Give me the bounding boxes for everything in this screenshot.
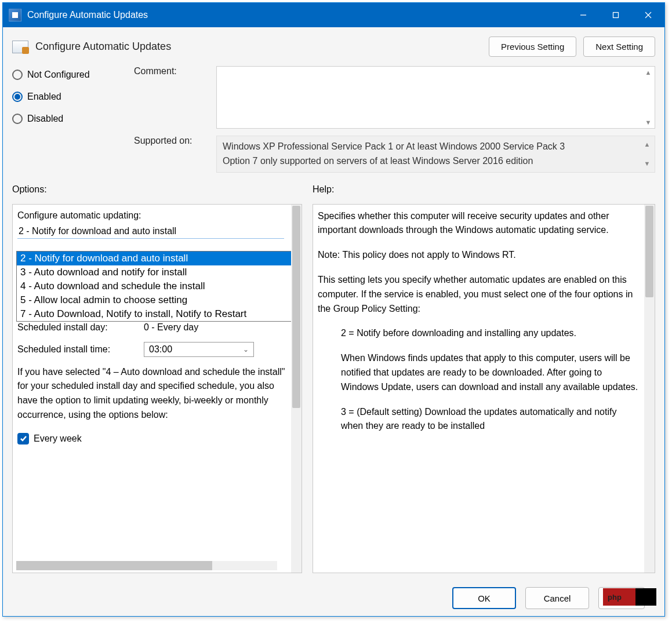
scheduled-time-value: 03:00: [149, 344, 172, 355]
scheduled-time-row: Scheduled install time: 03:00 ⌄: [17, 342, 289, 357]
scheduled-time-combo[interactable]: 03:00 ⌄: [144, 342, 254, 357]
scheduled-day-value[interactable]: 0 - Every day: [144, 322, 198, 333]
options-panel: Configure automatic updating: 2 - Notify…: [12, 204, 302, 573]
ok-button[interactable]: OK: [452, 587, 516, 609]
options-label: Options:: [12, 184, 302, 195]
header-row: Configure Automatic Updates Previous Set…: [12, 37, 655, 57]
horizontal-scrollbar[interactable]: [16, 561, 277, 570]
help-text: This setting lets you specify whether au…: [318, 273, 640, 316]
help-text: 2 = Notify before downloading and instal…: [318, 326, 640, 341]
scheduled-day-label: Scheduled install day:: [17, 322, 137, 333]
radio-label: Disabled: [27, 114, 63, 124]
window-controls: [567, 3, 664, 27]
combo-value: 2 - Notify for download and auto install: [19, 226, 176, 236]
panels-row: Configure automatic updating: 2 - Notify…: [12, 204, 655, 573]
section-labels-row: Options: Help:: [12, 184, 655, 195]
chevron-down-icon: ⌄: [243, 345, 249, 354]
help-text: When Windows finds updates that apply to…: [318, 351, 640, 394]
app-icon: [9, 9, 21, 21]
dropdown-option-4[interactable]: 4 - Auto download and schedule the insta…: [17, 279, 291, 293]
vertical-scrollbar[interactable]: [291, 205, 302, 573]
supported-text-1: Windows XP Professional Service Pack 1 o…: [223, 140, 649, 154]
radio-enabled[interactable]: Enabled: [12, 92, 122, 102]
policy-icon: [12, 41, 28, 53]
supported-label: Supported on:: [134, 136, 209, 173]
scheduled-time-label: Scheduled install time:: [17, 344, 137, 355]
checkbox-checked-icon: [17, 433, 29, 445]
titlebar: Configure Automatic Updates: [3, 3, 664, 27]
dropdown-option-5[interactable]: 5 - Allow local admin to choose setting: [17, 293, 291, 307]
minimize-button[interactable]: [567, 3, 600, 27]
watermark-overlay: php: [603, 588, 656, 606]
scrollbar[interactable]: ▲ ▼: [644, 69, 652, 126]
next-setting-button[interactable]: Next Setting: [583, 37, 655, 57]
close-button[interactable]: [632, 3, 664, 27]
cancel-button[interactable]: Cancel: [525, 587, 589, 609]
radio-icon: [12, 114, 23, 124]
maximize-button[interactable]: [600, 3, 632, 27]
radio-icon: [12, 70, 23, 80]
supported-text-2: Option 7 only supported on servers of at…: [223, 154, 649, 169]
vertical-scrollbar[interactable]: [644, 205, 655, 573]
scheduled-day-row: Scheduled install day: 0 - Every day: [17, 322, 289, 333]
dialog-content: Configure Automatic Updates Previous Set…: [3, 27, 664, 616]
options-paragraph: If you have selected "4 – Auto download …: [17, 365, 289, 422]
scrollbar[interactable]: ▲ ▼: [643, 140, 651, 169]
configure-updating-combo[interactable]: 2 - Notify for download and auto install: [17, 224, 284, 239]
radio-not-configured[interactable]: Not Configured: [12, 70, 122, 80]
scroll-down-icon: ▼: [644, 119, 652, 126]
help-text: Specifies whether this computer will rec…: [318, 209, 640, 238]
dropdown-option-2[interactable]: 2 - Notify for download and auto install: [17, 252, 291, 265]
help-label: Help:: [313, 184, 334, 195]
configure-updating-label: Configure automatic updating:: [17, 210, 289, 221]
previous-setting-button[interactable]: Previous Setting: [489, 37, 576, 57]
supported-row: Supported on: Windows XP Professional Se…: [134, 136, 655, 173]
status-radio-group: Not Configured Enabled Disabled: [12, 66, 122, 173]
dialog-footer: OK Cancel A: [12, 579, 655, 609]
scroll-down-icon: ▼: [643, 159, 651, 169]
window-title: Configure Automatic Updates: [27, 10, 567, 20]
dialog-window: Configure Automatic Updates Configure Au…: [2, 2, 665, 617]
watermark-text: php: [608, 593, 622, 602]
policy-title: Configure Automatic Updates: [35, 41, 482, 53]
help-text: Note: This policy does not apply to Wind…: [318, 248, 640, 263]
comment-textbox[interactable]: ▲ ▼: [216, 66, 655, 129]
help-panel: Specifies whether this computer will rec…: [313, 204, 655, 573]
help-text: 3 = (Default setting) Download the updat…: [318, 405, 640, 434]
radio-label: Enabled: [27, 92, 61, 102]
radio-label: Not Configured: [27, 70, 90, 80]
every-week-checkbox-row[interactable]: Every week: [17, 433, 289, 445]
options-content: Configure automatic updating: 2 - Notify…: [13, 205, 291, 573]
dropdown-option-7[interactable]: 7 - Auto Download, Notify to install, No…: [17, 307, 291, 321]
comment-column: Comment: ▲ ▼ Supported on: Windows XP Pr…: [134, 66, 655, 173]
configure-updating-dropdown[interactable]: 2 - Notify for download and auto install…: [16, 251, 291, 322]
every-week-label: Every week: [34, 433, 82, 444]
comment-row: Comment: ▲ ▼: [134, 66, 655, 129]
supported-textbox: Windows XP Professional Service Pack 1 o…: [216, 136, 655, 173]
scroll-up-icon: ▲: [643, 140, 651, 150]
radio-disabled[interactable]: Disabled: [12, 114, 122, 124]
dropdown-option-3[interactable]: 3 - Auto download and notify for install: [17, 265, 291, 279]
comment-label: Comment:: [134, 66, 209, 129]
scroll-up-icon: ▲: [644, 69, 652, 76]
svg-rect-1: [613, 13, 619, 18]
help-content: Specifies whether this computer will rec…: [313, 205, 644, 573]
radio-icon: [12, 92, 23, 102]
status-section: Not Configured Enabled Disabled Comment:: [12, 66, 655, 173]
